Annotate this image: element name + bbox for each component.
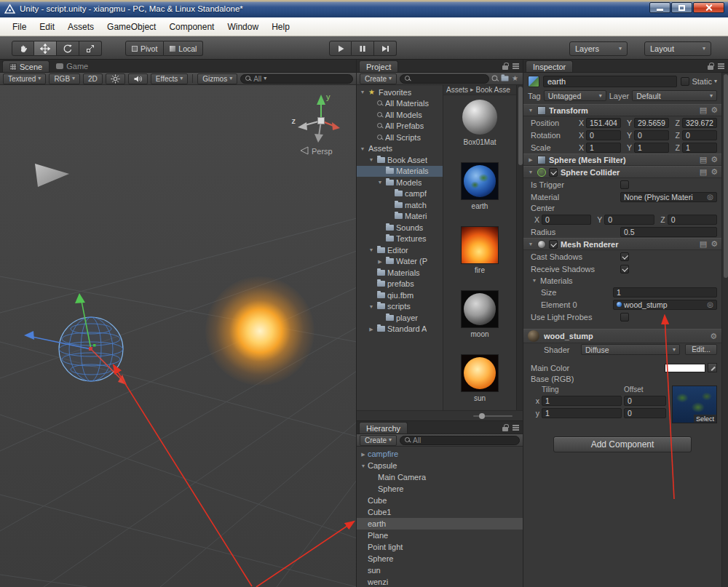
hierarchy-item-wenzi[interactable]: wenzi [357,576,523,587]
gear-icon[interactable]: ⚙ [711,239,718,249]
project-scrollbar[interactable] [516,85,523,410]
local-button[interactable]: Local [164,41,203,56]
effects-dropdown[interactable]: Effects▾ [151,73,188,84]
materials-foldout-row[interactable]: Materials [523,275,721,286]
search-by-label-icon[interactable] [502,76,509,81]
mesh-renderer-component-header[interactable]: Mesh Renderer ▤⚙ [523,238,721,250]
asset-item[interactable]: moon [461,290,499,338]
material-header[interactable]: wood_stump ⚙ [523,329,721,343]
tree-item-prefabs[interactable]: prefabs [357,279,443,290]
scale-x-field[interactable]: 1 [586,143,621,153]
help-icon[interactable]: ▤ [700,239,707,249]
tree-item-editor[interactable]: Editor [357,244,443,256]
tiling-x-field[interactable]: 1 [542,396,622,406]
foldout-icon[interactable] [359,452,368,457]
breadcrumb-current[interactable]: Book Asse [476,86,510,94]
gear-icon[interactable]: ⚙ [711,155,718,164]
tree-item-materials2[interactable]: Materials [357,267,443,279]
lock-icon[interactable] [708,65,713,70]
axis-x-cone[interactable] [332,122,340,130]
rotation-x-field[interactable]: 0 [586,130,621,140]
material-preview-icon[interactable] [528,330,539,342]
breadcrumb-root[interactable]: Assets [446,86,468,94]
tree-item-match[interactable]: match [357,199,443,211]
menu-gameobject[interactable]: GameObject [100,17,162,36]
position-x-field[interactable]: 151.404 [586,118,621,128]
move-tool-button[interactable] [34,41,57,56]
gizmos-dropdown[interactable]: Gizmos▾ [197,73,237,84]
asset-item[interactable]: Box01Mat [461,98,499,146]
scene-search-input[interactable]: All▾ [240,74,353,84]
close-button[interactable] [693,2,724,13]
main-color-swatch[interactable] [665,364,705,372]
project-search-input[interactable] [400,74,489,84]
draw-mode-dropdown[interactable]: Textured▾ [3,73,46,84]
lock-icon[interactable] [502,427,508,431]
favorites-icon[interactable]: ★ [512,75,520,82]
scrollbar-thumb[interactable] [518,87,523,165]
pivot-button[interactable]: Pivot [125,41,164,56]
scale-y-field[interactable]: 1 [634,143,669,153]
tree-item-player[interactable]: player [357,312,443,324]
tree-item-assets[interactable]: Assets [357,143,443,155]
tree-item-favorites[interactable]: ★Favorites [357,87,443,98]
thumbnail-size-slider[interactable] [473,415,513,417]
chevron-down-icon[interactable]: ▾ [714,79,717,84]
object-picker-icon[interactable]: ◎ [707,300,713,308]
tree-item-all-models[interactable]: All Models [357,109,443,121]
toggle-2d-button[interactable]: 2D [83,73,103,84]
layout-dropdown[interactable]: Layout▾ [644,41,711,56]
orientation-gizmo[interactable]: y z Persp [292,92,341,156]
asset-item[interactable]: earth [461,162,499,210]
tree-item-water[interactable]: Water (P [357,256,443,268]
add-component-button[interactable]: Add Component [553,436,692,452]
rotation-z-field[interactable]: 0 [682,130,717,140]
tag-dropdown[interactable]: Untagged▾ [544,90,606,101]
foldout-icon[interactable] [527,157,534,162]
tree-item-all-scripts[interactable]: All Scripts [357,132,443,143]
sphere-collider-component-header[interactable]: Sphere Collider ▤⚙ [523,166,721,178]
tree-item-textures[interactable]: Textures [357,233,443,245]
menu-help[interactable]: Help [265,17,296,36]
foldout-icon[interactable] [368,247,375,252]
axis-y-cone[interactable] [317,95,325,105]
foldout-icon[interactable] [359,89,366,95]
hierarchy-item-main-camera[interactable]: Main Camera [357,471,523,483]
scene-lighting-button[interactable] [106,73,125,84]
menu-component[interactable]: Component [162,17,221,36]
tree-item-materials[interactable]: Materials [357,166,443,177]
foldout-icon[interactable] [368,157,375,162]
tree-item-all-materials[interactable]: All Materials [357,98,443,110]
foldout-icon[interactable] [527,169,534,175]
asset-item[interactable]: sun [461,354,499,402]
foldout-icon[interactable] [359,146,366,151]
tab-scene[interactable]: Scene [2,60,50,72]
is-trigger-checkbox[interactable] [620,180,629,189]
gizmo-center-cube[interactable] [318,118,325,124]
play-button[interactable] [329,41,352,56]
color-picker-icon[interactable] [708,363,717,372]
hierarchy-item-cube1[interactable]: Cube1 [357,506,523,518]
gameobject-icon[interactable] [528,76,539,87]
panel-menu-icon[interactable] [513,63,519,69]
center-x-field[interactable]: 0 [542,215,591,225]
tree-item-scripts[interactable]: scripts [357,301,443,313]
tree-item-standard-assets[interactable]: Standard A [357,324,443,335]
hierarchy-item-point-light[interactable]: Point light [357,541,523,553]
tab-inspector[interactable]: Inspector [526,60,573,72]
center-y-field[interactable]: 0 [604,215,654,225]
search-by-type-icon[interactable] [492,76,499,82]
maximize-button[interactable] [671,2,692,13]
texture-preview[interactable]: Select [672,386,717,423]
hierarchy-item-sphere-child[interactable]: Sphere [357,483,523,495]
transform-component-header[interactable]: Transform ▤⚙ [523,104,721,116]
mesh-filter-component-header[interactable]: Sphere (Mesh Filter) ▤⚙ [523,153,721,166]
hand-tool-button[interactable] [12,41,34,56]
component-enabled-checkbox[interactable] [549,168,558,177]
light-probes-checkbox[interactable] [620,313,629,322]
hierarchy-item-capsule[interactable]: Capsule [357,460,523,471]
axis-z-cone[interactable] [298,122,307,130]
receive-shadows-checkbox[interactable] [620,265,629,273]
foldout-icon[interactable] [527,241,534,247]
hierarchy-create-dropdown[interactable]: Create▾ [360,435,397,446]
